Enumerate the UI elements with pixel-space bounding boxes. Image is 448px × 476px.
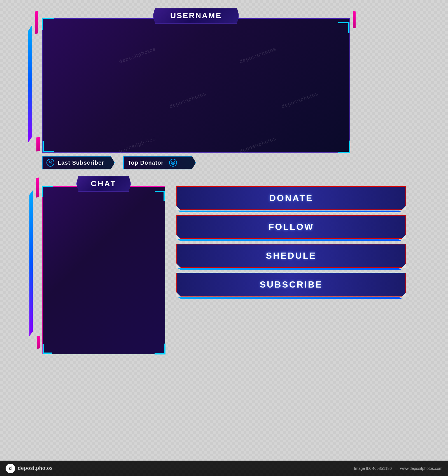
footer-logo: d depositphotos xyxy=(6,464,53,473)
watermark-2: depositphotos xyxy=(239,46,277,65)
username-label: USERNAME xyxy=(170,11,222,20)
chat-pink-bottom xyxy=(37,336,40,349)
follow-button[interactable]: FOLLOW xyxy=(176,215,406,239)
chat-panel: CHAT xyxy=(42,182,165,354)
svg-text:$: $ xyxy=(172,162,174,164)
blue-strip-left xyxy=(28,25,32,143)
watermark-4: depositphotos xyxy=(281,91,319,109)
stream-frame-corner-tr xyxy=(338,22,349,33)
chat-corner-bl xyxy=(43,344,52,354)
donate-button[interactable]: DONATE xyxy=(176,186,406,210)
chat-blue-strip xyxy=(29,190,33,336)
top-donator-label: Top Donator xyxy=(128,160,164,166)
donate-left-cut xyxy=(176,206,181,210)
follow-right-cut xyxy=(402,235,406,239)
main-container: USERNAME depositphotos depositphotos dep… xyxy=(42,14,406,354)
watermark-6: depositphotos xyxy=(239,136,277,154)
stream-panel: USERNAME depositphotos depositphotos dep… xyxy=(42,14,350,160)
donate-right-cut xyxy=(402,206,406,210)
pink-strip-bottom xyxy=(36,137,40,151)
subscribe-right-cut xyxy=(402,292,406,297)
shedule-right-cut xyxy=(402,263,406,268)
footer-bar: d depositphotos Image ID: 465851180 www.… xyxy=(0,461,448,476)
follow-left-cut xyxy=(176,235,181,239)
subscribe-button[interactable]: SUBSCRIBE xyxy=(176,273,406,297)
chat-frame xyxy=(42,186,165,354)
last-subscriber-label: Last Subscriber xyxy=(58,160,104,166)
footer-website: www.depositphotos.com xyxy=(400,466,442,471)
subscribe-label: SUBSCRIBE xyxy=(260,279,323,290)
pink-strip-top xyxy=(35,11,38,34)
logo-icon: d xyxy=(6,464,15,473)
watermark-1: depositphotos xyxy=(118,46,157,65)
logo-symbol: d xyxy=(9,466,12,471)
buttons-panel: DONATE FOLLOW SHEDULE SUBSCRIBE xyxy=(176,186,406,297)
footer-right: Image ID: 465851180 www.depositphotos.co… xyxy=(354,466,442,471)
chat-corner-tr xyxy=(155,191,165,201)
watermark-5: depositphotos xyxy=(118,136,157,154)
stream-frame: depositphotos depositphotos depositphoto… xyxy=(42,18,350,153)
top-donator-bar: Top Donator $ xyxy=(123,156,196,169)
username-badge: USERNAME xyxy=(153,8,239,24)
subscriber-icon xyxy=(46,159,54,167)
image-id: Image ID: 465851180 xyxy=(354,466,392,471)
info-bars: Last Subscriber Top Donator $ xyxy=(42,156,350,169)
follow-label: FOLLOW xyxy=(269,222,314,232)
subscribe-left-cut xyxy=(176,292,181,297)
chat-badge: CHAT xyxy=(76,176,131,192)
chat-label: CHAT xyxy=(91,179,116,188)
right-accent-top xyxy=(353,11,356,28)
shedule-label: SHEDULE xyxy=(266,251,317,261)
footer-logo-text: depositphotos xyxy=(18,465,53,471)
chat-pink-top xyxy=(36,178,39,198)
donate-label: DONATE xyxy=(269,193,313,203)
stream-frame-corner-bl xyxy=(43,141,54,152)
last-subscriber-bar: Last Subscriber xyxy=(42,156,115,169)
shedule-button[interactable]: SHEDULE xyxy=(176,244,406,268)
bottom-section: CHAT DONATE FOLLOW xyxy=(42,182,406,354)
watermark-3: depositphotos xyxy=(169,91,207,109)
shedule-left-cut xyxy=(176,263,181,268)
donator-icon: $ xyxy=(169,159,177,167)
